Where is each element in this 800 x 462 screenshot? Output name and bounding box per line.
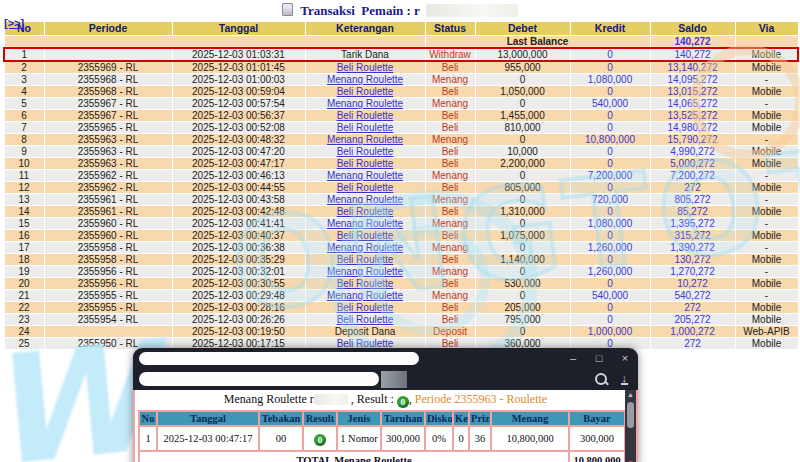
total-value: 10,800,000 [569,451,625,462]
cell-keterangan[interactable]: Menang Roulette [305,170,425,182]
cell-keterangan[interactable]: Beli Roulette [305,206,425,218]
cell-no: 24 [4,326,44,338]
cell-kredit: 0 [570,230,650,242]
result-row: 1 2025-12-03 00:47:17 00 0 1 Nomor 300,0… [139,426,625,451]
page-title: Transaksi Pemain : r [0,0,800,19]
scrollbar-thumb[interactable] [627,402,634,428]
cell-periode: 2355960 - RL [44,218,172,230]
cell-keterangan[interactable]: Beli Roulette [305,61,425,74]
cell-via: - [735,194,798,206]
cell-via: Mobile [735,182,798,194]
cell-kredit: 0 [570,314,650,326]
scroll-up-icon[interactable]: ▲ [625,391,636,399]
cell-saldo: 14,065,272 [650,98,735,110]
keterangan-link[interactable]: Menang Roulette [327,266,403,277]
cell-no: 19 [4,266,44,278]
cell-saldo: 140,272 [650,48,735,61]
cell-no: 16 [4,230,44,242]
popup-tab-redacted[interactable] [139,352,419,365]
result-column-header-diskon: Diskon [425,411,453,426]
cell-keterangan[interactable]: Menang Roulette [305,74,425,86]
cell-keterangan[interactable]: Menang Roulette [305,218,425,230]
more-link[interactable]: [>>] [4,17,24,29]
cell-periode: 2355961 - RL [44,206,172,218]
cell-keterangan[interactable]: Beli Roulette [305,302,425,314]
table-row: 152355960 - RL2025-12-03 00:41:41Menang … [4,218,798,230]
keterangan-link[interactable]: Beli Roulette [337,158,394,169]
keterangan-link[interactable]: Menang Roulette [327,218,403,229]
cell-keterangan[interactable]: Beli Roulette [305,110,425,122]
keterangan-link[interactable]: Menang Roulette [327,134,403,145]
keterangan-link[interactable]: Menang Roulette [327,194,403,205]
keterangan-link[interactable]: Menang Roulette [327,74,403,85]
cell-result: 0 [303,426,337,451]
cell-taruhan: 300,000 [381,426,425,451]
close-button[interactable]: × [612,352,638,364]
cell-debet: 2,200,000 [475,158,570,170]
keterangan-link[interactable]: Beli Roulette [337,122,394,133]
cell-keterangan[interactable]: Menang Roulette [305,290,425,302]
keterangan-link[interactable]: Menang Roulette [327,242,403,253]
keterangan-link[interactable]: Beli Roulette [337,146,394,157]
keterangan-link[interactable]: Menang Roulette [327,98,403,109]
cell-saldo: 205,272 [650,314,735,326]
cell-keterangan[interactable]: Beli Roulette [305,146,425,158]
address-bar-redacted[interactable] [139,372,379,386]
cell-keterangan[interactable]: Menang Roulette [305,98,425,110]
keterangan-link[interactable]: Beli Roulette [337,302,394,313]
keterangan-link[interactable]: Beli Roulette [337,314,394,325]
cell-status: Menang [425,74,475,86]
cell-jenis: 1 Nomor [337,426,381,451]
cell-keterangan[interactable]: Beli Roulette [305,230,425,242]
cell-keterangan[interactable]: Beli Roulette [305,314,425,326]
cell-tanggal: 2025-12-03 00:47:17 [172,158,305,170]
result-column-header-tebakan: Tebakan [259,411,303,426]
cell-keterangan[interactable]: Beli Roulette [305,254,425,266]
download-icon[interactable]: ↓ [621,373,629,385]
result-total-row: TOTAL Menang Roulette 10,800,000 [139,451,625,462]
favicon-redacted [381,371,407,388]
cell-keterangan[interactable]: Menang Roulette [305,242,425,254]
keterangan-link[interactable]: Beli Roulette [337,86,394,97]
cell-keterangan[interactable]: Beli Roulette [305,182,425,194]
cell-keterangan[interactable]: Menang Roulette [305,134,425,146]
cell-debet: 0 [475,326,570,338]
maximize-button[interactable]: □ [586,352,612,364]
cell-debet: 1,310,000 [475,206,570,218]
cell-keterangan[interactable]: Beli Roulette [305,86,425,98]
cell-keterangan[interactable]: Beli Roulette [305,158,425,170]
cell-tanggal: 2025-12-03 00:35:29 [172,254,305,266]
cell-kredit: 1,000,000 [570,326,650,338]
cell-tanggal: 2025-12-03 00:47:20 [172,146,305,158]
keterangan-link[interactable]: Beli Roulette [337,182,394,193]
keterangan-link[interactable]: Beli Roulette [337,230,394,241]
cell-saldo: 13,015,272 [650,86,735,98]
cell-saldo: 272 [650,182,735,194]
cell-keterangan[interactable]: Beli Roulette [305,122,425,134]
table-row: 232355954 - RL2025-12-03 00:26:26Beli Ro… [4,314,798,326]
cell-periode: 2355955 - RL [44,290,172,302]
last-balance-saldo: 140,272 [650,36,735,49]
column-header-periode: Periode [44,22,172,36]
cell-periode: 2355955 - RL [44,302,172,314]
cell-keterangan[interactable]: Beli Roulette [305,278,425,290]
keterangan-link[interactable]: Beli Roulette [337,110,394,121]
cell-debet: 530,000 [475,278,570,290]
column-header-via: Via [735,22,798,36]
cell-debet: 1,455,000 [475,110,570,122]
cell-periode: 2355968 - RL [44,74,172,86]
keterangan-link[interactable]: Beli Roulette [337,62,394,73]
keterangan-link[interactable]: Beli Roulette [337,278,394,289]
keterangan-link[interactable]: Menang Roulette [327,290,403,301]
keterangan-link[interactable]: Beli Roulette [337,254,394,265]
keterangan-link[interactable]: Beli Roulette [337,206,394,217]
minimize-button[interactable]: – [560,352,586,364]
cell-no: 22 [4,302,44,314]
cell-via: Mobile [735,122,798,134]
keterangan-link[interactable]: Menang Roulette [327,170,403,181]
cell-keterangan[interactable]: Menang Roulette [305,194,425,206]
result-column-header-taruhan: Taruhan [381,411,425,426]
zoom-icon[interactable] [595,373,607,385]
popup-scrollbar[interactable]: ▲ ▼ [625,390,636,462]
cell-keterangan[interactable]: Menang Roulette [305,266,425,278]
